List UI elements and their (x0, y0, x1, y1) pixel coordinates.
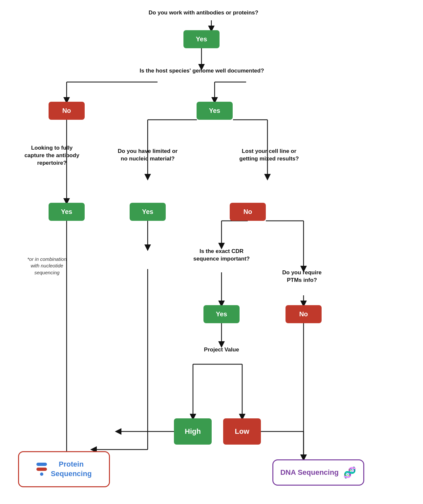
outcome-dna-box: DNA Sequencing 🧬 (272, 459, 364, 486)
node-yes5: Yes (203, 305, 240, 323)
question-3-mid: Do you have limited or no nucleic materi… (108, 148, 187, 163)
note-text: *or in combination with nucleotide seque… (19, 256, 75, 276)
project-value-label: Project Value (190, 346, 253, 354)
node-yes3: Yes (49, 203, 85, 221)
protein-icon (36, 463, 47, 476)
node-high: High (174, 418, 212, 445)
question-3-right: Lost your cell line or getting mixed res… (230, 148, 308, 163)
question-2: Is the host species' genome well documen… (98, 67, 305, 75)
question-3-left: Looking to fully capture the antibody re… (19, 144, 85, 167)
node-no1: No (49, 102, 85, 120)
node-no3: No (286, 305, 322, 323)
node-yes2: Yes (197, 102, 233, 120)
outcome-protein-box: Protein Sequencing (18, 451, 110, 487)
question-1: Do you work with antibodies or proteins? (108, 9, 299, 17)
node-yes1: Yes (183, 30, 220, 48)
node-low: Low (223, 418, 261, 445)
flowchart: Do you work with antibodies or proteins?… (0, 0, 423, 504)
node-yes4: Yes (130, 203, 166, 221)
dna-helix-icon: 🧬 (343, 466, 356, 479)
question-4-right: Do you require PTMs info? (269, 269, 335, 284)
node-no2: No (230, 203, 266, 221)
protein-label: Protein Sequencing (51, 460, 92, 478)
question-4-mid: Is the exact CDR sequence important? (185, 248, 258, 263)
dna-label: DNA Sequencing (280, 468, 339, 477)
